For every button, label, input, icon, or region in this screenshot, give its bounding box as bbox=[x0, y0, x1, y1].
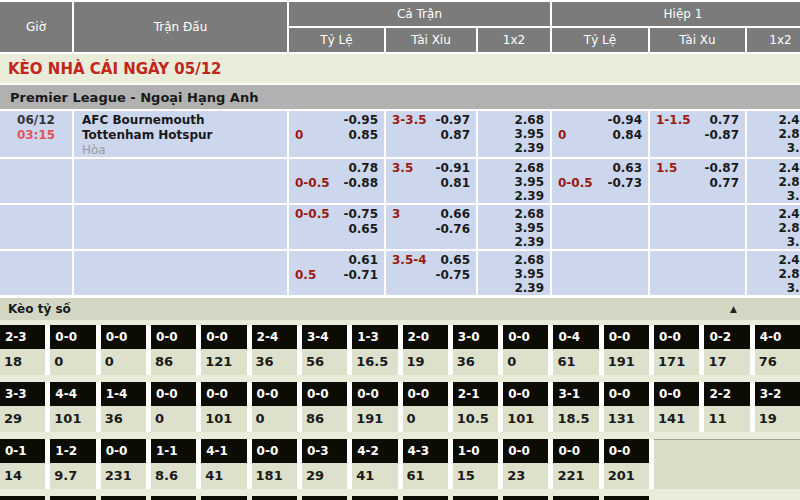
score-odds: 41 bbox=[201, 463, 246, 489]
odds-value: -0.87 bbox=[677, 161, 739, 176]
score-cell[interactable]: 2-436 bbox=[252, 325, 297, 375]
score-cell[interactable]: 4-4101 bbox=[50, 382, 95, 432]
score-label: 2-0 bbox=[403, 325, 448, 349]
score-cell[interactable]: 4-141 bbox=[201, 439, 246, 489]
score-odds: 101 bbox=[50, 406, 95, 432]
score-cell[interactable]: 0-0191 bbox=[352, 382, 397, 432]
score-cell[interactable]: 0-0221 bbox=[553, 439, 598, 489]
odds-1x2-full[interactable]: 2.683.952.39 bbox=[478, 159, 550, 203]
score-cell[interactable]: 0-114 bbox=[0, 439, 45, 489]
odds-value: 2.47 bbox=[747, 253, 800, 267]
score-cell[interactable]: 0-00 bbox=[503, 325, 548, 375]
col-header-match: Trận Đấu bbox=[74, 2, 287, 52]
score-section-title: Kèo tỷ số bbox=[8, 302, 71, 316]
score-cell[interactable]: 3-036 bbox=[453, 325, 498, 375]
score-cell[interactable]: 2-110.5 bbox=[453, 382, 498, 432]
score-cell[interactable]: 0-0171 bbox=[654, 325, 699, 375]
odds-1x2-half[interactable]: 2.472.853.1 bbox=[747, 159, 800, 203]
score-odds: 19 bbox=[403, 349, 448, 375]
score-cell[interactable]: 3-456 bbox=[302, 325, 347, 375]
score-cell[interactable]: 0-461 bbox=[553, 325, 598, 375]
odds-1x2-full[interactable]: 2.683.952.39 bbox=[478, 111, 550, 157]
score-label: 3-0 bbox=[453, 325, 498, 349]
score-cell[interactable]: 0-0121 bbox=[201, 325, 246, 375]
score-cell[interactable]: 0-0141 bbox=[654, 382, 699, 432]
score-cell[interactable]: 0-0101 bbox=[503, 382, 548, 432]
score-cell[interactable]: 0-00 bbox=[151, 382, 196, 432]
odds-overunder-full[interactable]: 3.5-40.65-0.75 bbox=[386, 251, 476, 295]
score-cell[interactable]: 4-076 bbox=[755, 325, 800, 375]
col-header-first-half: Hiệp 1 bbox=[552, 2, 800, 26]
score-odds: 141 bbox=[654, 406, 699, 432]
score-cell[interactable]: 0-329 bbox=[302, 439, 347, 489]
odds-1x2-full[interactable]: 2.683.952.39 bbox=[478, 251, 550, 295]
odds-handicap-full[interactable]: 0-0.5-0.750.65 bbox=[289, 205, 384, 249]
score-cell[interactable]: 0-00 bbox=[101, 325, 146, 375]
score-cell[interactable]: 2-211 bbox=[704, 382, 749, 432]
odds-value: 0.65 bbox=[427, 253, 470, 268]
odds-1x2-full[interactable]: 2.683.952.39 bbox=[478, 205, 550, 249]
odds-1x2-half[interactable]: 2.472.853.1 bbox=[747, 205, 800, 249]
score-cell[interactable]: 0-0201 bbox=[604, 439, 649, 489]
score-cell[interactable]: 3-219 bbox=[755, 382, 800, 432]
score-label: 3-2 bbox=[755, 382, 800, 406]
score-label: 0-2 bbox=[704, 325, 749, 349]
odds-value: 2.47 bbox=[747, 113, 800, 127]
odds-value: 0.63 bbox=[558, 161, 642, 176]
score-label: 2-2 bbox=[704, 382, 749, 406]
odds-handicap-full[interactable]: 0.780-0.5-0.88 bbox=[289, 159, 384, 203]
score-cell[interactable]: 0-00 bbox=[252, 382, 297, 432]
score-cell[interactable]: 0-0101 bbox=[201, 382, 246, 432]
score-label: 0-0 bbox=[252, 382, 297, 406]
score-cell[interactable]: 0-00 bbox=[403, 382, 448, 432]
score-cell[interactable]: 1-316.5 bbox=[352, 325, 397, 375]
odds-overunder-full[interactable]: 3.5-0.910.81 bbox=[386, 159, 476, 203]
score-cell[interactable]: 0-086 bbox=[302, 382, 347, 432]
score-cell[interactable]: 2-019 bbox=[403, 325, 448, 375]
score-odds: 10.5 bbox=[453, 406, 498, 432]
score-cell[interactable]: 0-023 bbox=[503, 439, 548, 489]
league-header: Premier League - Ngoại Hạng Anh bbox=[0, 85, 800, 109]
score-odds: 191 bbox=[604, 349, 649, 375]
odds-value: 3.1 bbox=[747, 141, 800, 155]
score-odds: 231 bbox=[101, 463, 146, 489]
score-cell[interactable]: 1-29.7 bbox=[50, 439, 95, 489]
odds-handicap-full[interactable]: 0.610.5-0.71 bbox=[289, 251, 384, 295]
odds-handicap-half[interactable]: 0.630-0.5-0.73 bbox=[552, 159, 648, 203]
score-cell[interactable]: 3-329 bbox=[0, 382, 45, 432]
odds-value: 2.85 bbox=[747, 175, 800, 189]
score-cell[interactable]: 1-18.6 bbox=[151, 439, 196, 489]
score-cell[interactable]: 0-086 bbox=[151, 325, 196, 375]
odds-handicap-half[interactable]: -0.9400.84 bbox=[552, 111, 648, 157]
score-cell[interactable]: 1-015 bbox=[453, 439, 498, 489]
score-cell[interactable]: 0-0231 bbox=[101, 439, 146, 489]
title-bar: KÈO NHÀ CÁI NGÀY 05/12 bbox=[0, 54, 800, 85]
score-cell[interactable]: 1-436 bbox=[101, 382, 146, 432]
score-cell[interactable]: 0-0191 bbox=[604, 325, 649, 375]
score-cell[interactable]: 4-241 bbox=[352, 439, 397, 489]
score-cell[interactable]: 0-217 bbox=[704, 325, 749, 375]
odds-handicap-full[interactable]: -0.9500.85 bbox=[289, 111, 384, 157]
score-cell[interactable]: 0-00 bbox=[50, 325, 95, 375]
odds-1x2-half[interactable]: 2.472.853.1 bbox=[747, 251, 800, 295]
odds-1x2-half[interactable]: 2.472.853.1 bbox=[747, 111, 800, 157]
score-odds: 101 bbox=[201, 406, 246, 432]
score-label: 0-0 bbox=[503, 439, 548, 463]
score-label: 4-2 bbox=[352, 439, 397, 463]
score-label: 0-0 bbox=[50, 325, 95, 349]
odds-overunder-full[interactable]: 30.66-0.76 bbox=[386, 205, 476, 249]
odds-overunder-full[interactable]: 3-3.5-0.970.87 bbox=[386, 111, 476, 157]
score-cell[interactable]: 3-118.5 bbox=[553, 382, 598, 432]
score-cell[interactable]: 0-0181 bbox=[252, 439, 297, 489]
odds-overunder-half[interactable]: 1.5-0.870.77 bbox=[650, 159, 745, 203]
collapse-icon[interactable]: ▲ bbox=[730, 304, 737, 314]
odds-grid: 06/1203:15AFC BournemouthTottenham Hotsp… bbox=[0, 109, 800, 297]
score-cell[interactable]: 4-361 bbox=[403, 439, 448, 489]
league-name: Premier League - Ngoại Hạng Anh bbox=[10, 90, 258, 105]
odds-overunder-half[interactable]: 1-1.50.77-0.87 bbox=[650, 111, 745, 157]
match-cell[interactable]: AFC BournemouthTottenham HotspurHòa bbox=[74, 111, 287, 157]
score-label-partial bbox=[201, 496, 246, 500]
score-cell[interactable]: 2-318 bbox=[0, 325, 45, 375]
score-label: 0-0 bbox=[604, 325, 649, 349]
score-cell[interactable]: 0-0131 bbox=[604, 382, 649, 432]
